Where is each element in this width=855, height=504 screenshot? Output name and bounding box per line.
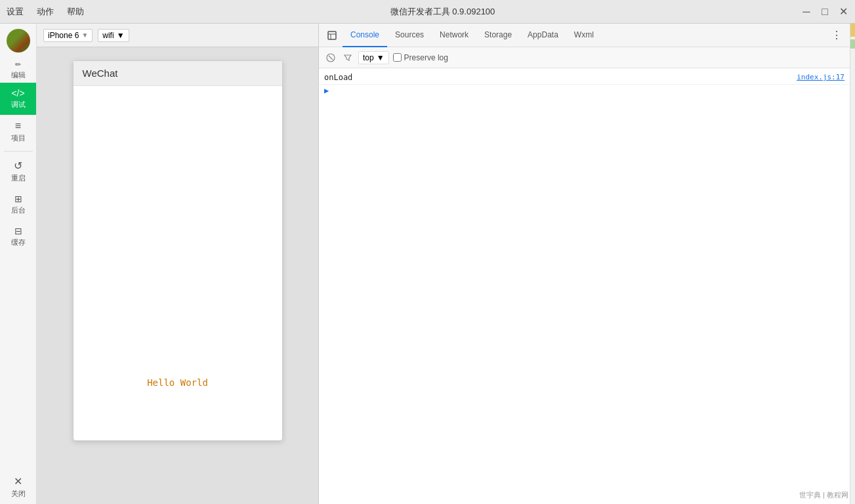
- menu-bar: 设置 动作 帮助: [7, 6, 84, 18]
- edit-icon: ✏: [15, 60, 21, 69]
- tab-appdata[interactable]: AppData: [520, 24, 566, 47]
- network-selector[interactable]: wifi ▼: [98, 29, 129, 42]
- network-name: wifi: [102, 31, 114, 40]
- context-arrow: ▼: [377, 53, 385, 62]
- sidebar-item-debug[interactable]: </> 调试: [0, 83, 36, 115]
- phone-content: Hello World: [73, 86, 282, 440]
- phone-frame: WeChat Hello World: [73, 60, 283, 441]
- devtools-panel: Console Sources Network Storage AppData …: [318, 24, 850, 504]
- title-bar: 设置 动作 帮助 微信开发者工具 0.9.092100 ─ □ ✕: [0, 0, 855, 24]
- restart-icon: ↺: [14, 159, 22, 172]
- main-area: ✏ 编辑 </> 调试 ≡ 项目 ↺ 重启 ⊞ 后台 ⊟ 缓存 ✕ 关闭: [0, 24, 855, 504]
- sidebar-item-project[interactable]: ≡ 项目: [0, 115, 36, 148]
- clear-console-button[interactable]: [324, 51, 337, 64]
- device-toolbar: iPhone 6 ▼ wifi ▼: [37, 24, 318, 47]
- svg-line-2: [329, 56, 333, 60]
- edge-bar-2: [850, 39, 855, 49]
- menu-settings[interactable]: 设置: [7, 6, 24, 18]
- menu-help[interactable]: 帮助: [67, 6, 84, 18]
- edit-label: 编辑: [11, 70, 26, 80]
- window-controls: ─ □ ✕: [801, 7, 848, 17]
- inspect-icon-btn[interactable]: [324, 28, 340, 43]
- filter-icon[interactable]: [341, 51, 354, 64]
- preserve-log-text: Preserve log: [404, 53, 448, 62]
- sidebar-item-cache[interactable]: ⊟ 缓存: [0, 220, 36, 253]
- context-selector[interactable]: top ▼: [358, 51, 389, 64]
- maximize-button[interactable]: □: [820, 7, 830, 17]
- cache-label: 缓存: [11, 238, 26, 247]
- tab-storage[interactable]: Storage: [476, 24, 520, 47]
- svg-rect-0: [328, 32, 336, 39]
- close-button[interactable]: ✕: [838, 7, 848, 17]
- console-expand-row: ▶: [319, 85, 850, 96]
- phone-frame-container: WeChat Hello World: [37, 47, 318, 504]
- tab-wxml[interactable]: Wxml: [566, 24, 602, 47]
- log-source-0[interactable]: index.js:17: [797, 73, 845, 81]
- sidebar-item-edit[interactable]: ✏ 编辑: [0, 58, 36, 83]
- console-content[interactable]: onLoad index.js:17 ▶: [319, 68, 850, 504]
- right-edge: [850, 24, 855, 504]
- app-title: 微信开发者工具 0.9.092100: [84, 6, 801, 18]
- console-arrow-icon[interactable]: ▶: [324, 86, 329, 95]
- preserve-log-checkbox[interactable]: [393, 53, 402, 62]
- close-label: 关闭: [11, 489, 26, 499]
- preserve-log-label[interactable]: Preserve log: [393, 53, 448, 62]
- devtools-tabs: Console Sources Network Storage AppData …: [343, 24, 826, 47]
- devtools-topbar: Console Sources Network Storage AppData …: [319, 24, 850, 47]
- sidebar-item-restart[interactable]: ↺ 重启: [0, 154, 36, 188]
- device-dropdown-arrow: ▼: [81, 32, 88, 39]
- hello-world-text: Hello World: [147, 377, 208, 388]
- menu-action[interactable]: 动作: [37, 6, 54, 18]
- project-label: 项目: [11, 133, 26, 143]
- console-toolbar: top ▼ Preserve log: [319, 47, 850, 68]
- tab-console[interactable]: Console: [343, 24, 387, 47]
- edge-bar-1: [850, 24, 855, 37]
- cache-icon: ⊟: [14, 226, 22, 236]
- context-value: top: [363, 53, 374, 62]
- sidebar-divider-1: [4, 151, 33, 152]
- avatar[interactable]: [7, 29, 30, 52]
- devtools-more-button[interactable]: ⋮: [829, 28, 845, 43]
- backend-label: 后台: [11, 205, 26, 215]
- debug-icon: </>: [11, 88, 24, 98]
- device-name: iPhone 6: [48, 31, 79, 40]
- device-selector[interactable]: iPhone 6 ▼: [43, 29, 93, 42]
- minimize-button[interactable]: ─: [801, 7, 812, 17]
- restart-label: 重启: [11, 173, 26, 183]
- backend-icon: ⊞: [14, 194, 22, 204]
- close-sidebar-icon: ✕: [14, 475, 22, 488]
- phone-header: WeChat: [73, 61, 282, 86]
- tab-sources[interactable]: Sources: [387, 24, 432, 47]
- log-entry-0: onLoad index.js:17: [319, 71, 850, 85]
- network-dropdown-arrow: ▼: [117, 31, 125, 40]
- preview-area: iPhone 6 ▼ wifi ▼ WeChat Hello World: [37, 24, 318, 504]
- sidebar-item-close[interactable]: ✕ 关闭: [0, 470, 36, 504]
- sidebar-item-backend[interactable]: ⊞ 后台: [0, 188, 36, 220]
- debug-label: 调试: [11, 100, 26, 110]
- log-text-0: onLoad: [324, 73, 797, 82]
- sidebar: ✏ 编辑 </> 调试 ≡ 项目 ↺ 重启 ⊞ 后台 ⊟ 缓存 ✕ 关闭: [0, 24, 37, 504]
- tab-network[interactable]: Network: [432, 24, 476, 47]
- project-icon: ≡: [15, 120, 21, 132]
